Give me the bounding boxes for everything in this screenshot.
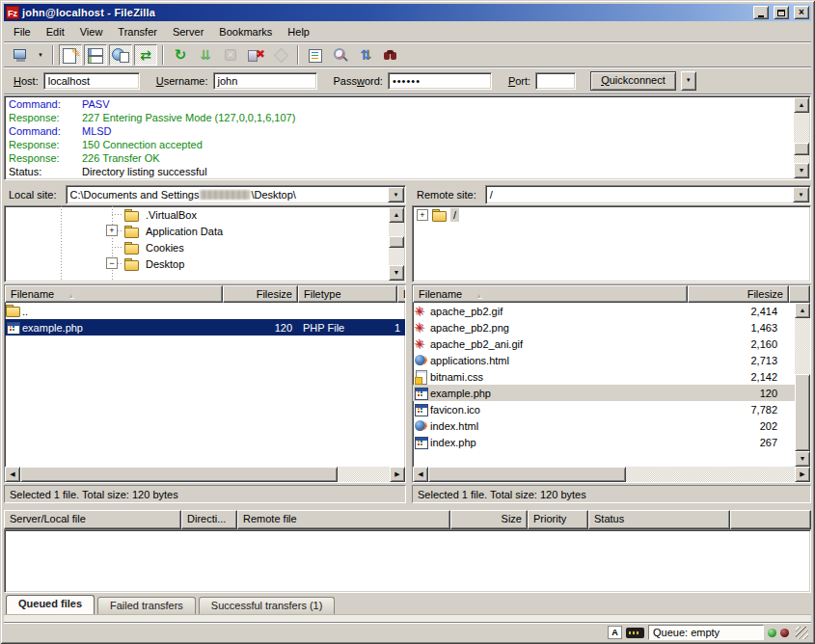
toolbar-button[interactable] xyxy=(9,44,32,66)
scroll-track[interactable] xyxy=(795,318,810,451)
quickconnect-button[interactable]: Quickconnect xyxy=(590,71,676,91)
tree-expander[interactable] xyxy=(106,225,118,236)
host-input[interactable]: localhost xyxy=(43,72,140,90)
toolbar-button[interactable] xyxy=(59,44,82,66)
menu-item[interactable]: Bookmarks xyxy=(211,24,280,40)
column-header-size[interactable]: Size xyxy=(450,510,528,529)
tree-expander[interactable] xyxy=(106,257,118,269)
scroll-thumb[interactable] xyxy=(795,374,810,451)
file-row[interactable]: apache_pb2_ani.gif 2,160 xyxy=(413,335,810,352)
tree-item[interactable]: Cookies xyxy=(5,239,405,255)
toolbar-button[interactable] xyxy=(354,44,377,66)
scroll-thumb[interactable] xyxy=(428,467,626,482)
scroll-left-button[interactable]: ◀ xyxy=(5,467,20,482)
remote-list-scrollbar[interactable]: ▲ ▼ xyxy=(795,303,810,467)
column-header-filetype[interactable]: Filetype xyxy=(298,285,397,303)
toolbar-button[interactable] xyxy=(219,44,242,66)
scroll-track[interactable] xyxy=(428,467,795,482)
speed-limits-icon[interactable] xyxy=(626,628,644,638)
queue-tab[interactable]: Successful transfers (1) xyxy=(199,597,336,614)
scroll-down-button[interactable]: ▼ xyxy=(795,451,810,467)
file-row[interactable]: apache_pb2.gif 2,414 xyxy=(413,303,810,319)
file-row[interactable]: .. xyxy=(5,303,405,319)
toolbar-button[interactable] xyxy=(297,45,299,65)
remote-list-hscrollbar[interactable]: ◀ ▶ xyxy=(413,467,810,482)
column-header-filename[interactable]: Filename▲ xyxy=(413,285,688,303)
file-row[interactable]: apache_pb2.png 1,463 xyxy=(413,319,810,335)
tree-expander[interactable] xyxy=(417,209,428,221)
resize-grip[interactable] xyxy=(796,627,808,639)
column-header-filesize[interactable]: Filesize xyxy=(223,285,298,303)
local-site-combo[interactable]: C:\Documents and Settings\Desktop\ ▼ xyxy=(66,185,406,204)
quickconnect-dropdown-button[interactable]: ▼ xyxy=(681,71,696,91)
file-row[interactable]: index.html 202 xyxy=(413,417,810,434)
toolbar-button[interactable] xyxy=(34,44,47,66)
file-row[interactable]: index.php 267 xyxy=(413,434,810,450)
menu-item[interactable]: Server xyxy=(165,24,211,40)
menu-item[interactable]: Transfer xyxy=(110,24,165,40)
queue-tab[interactable]: Failed transfers xyxy=(97,597,196,614)
local-tree-scrollbar[interactable]: ▲ ▼ xyxy=(389,207,404,281)
toolbar-button[interactable] xyxy=(304,44,327,66)
column-header-priority[interactable]: Priority xyxy=(528,510,588,529)
file-row[interactable]: bitnami.css 2,142 xyxy=(413,368,810,385)
scroll-thumb[interactable] xyxy=(389,236,404,248)
tree-item[interactable]: / xyxy=(413,206,810,223)
column-header-direction[interactable]: Directi... xyxy=(181,510,237,529)
tree-item[interactable]: Application Data xyxy=(5,223,405,239)
toolbar-button[interactable] xyxy=(329,44,352,66)
toolbar-button[interactable] xyxy=(134,44,157,66)
toolbar-button[interactable] xyxy=(162,45,164,65)
scroll-down-button[interactable]: ▼ xyxy=(389,265,404,281)
file-row[interactable]: example.php 120 xyxy=(413,385,810,401)
column-header-last-modified[interactable]: L xyxy=(397,285,406,303)
toolbar-button[interactable] xyxy=(52,45,54,65)
column-header-filesize[interactable]: Filesize xyxy=(688,285,789,303)
scroll-thumb[interactable] xyxy=(20,467,338,482)
port-input[interactable] xyxy=(535,72,576,90)
column-header-filename[interactable]: Filename▲ xyxy=(5,285,223,303)
tree-item[interactable]: .VirtualBox xyxy=(5,206,405,223)
toolbar-button[interactable] xyxy=(244,44,267,66)
toolbar-button[interactable] xyxy=(269,44,292,66)
scroll-up-button[interactable]: ▲ xyxy=(389,207,404,223)
toolbar-button[interactable] xyxy=(194,44,217,66)
username-input[interactable]: john xyxy=(213,72,317,90)
toolbar-button[interactable] xyxy=(169,44,192,66)
close-button[interactable]: × xyxy=(794,6,809,19)
scroll-down-button[interactable]: ▼ xyxy=(794,163,809,178)
password-input[interactable]: •••••• xyxy=(388,72,492,90)
file-row[interactable]: favicon.ico 7,782 xyxy=(413,401,810,417)
scroll-track[interactable] xyxy=(20,467,390,482)
file-row[interactable]: example.php 120 PHP File 1 xyxy=(5,319,405,335)
scroll-left-button[interactable]: ◀ xyxy=(413,467,428,482)
column-header-remote-file[interactable]: Remote file xyxy=(237,510,450,529)
column-header-server-local-file[interactable]: Server/Local file xyxy=(4,510,181,529)
queue-tab[interactable]: Queued files xyxy=(6,595,95,614)
column-header-status[interactable]: Status xyxy=(588,510,730,529)
tree-item[interactable]: Desktop xyxy=(5,255,405,272)
file-row[interactable]: applications.html 2,713 xyxy=(413,352,810,368)
menu-item[interactable]: File xyxy=(6,24,39,40)
menu-item[interactable]: View xyxy=(72,24,111,40)
minimize-button[interactable] xyxy=(753,6,769,19)
scroll-right-button[interactable]: ▶ xyxy=(795,467,810,482)
scroll-track[interactable] xyxy=(794,113,809,163)
remote-site-combo[interactable]: / ▼ xyxy=(485,185,811,204)
queue-list[interactable] xyxy=(4,529,811,593)
scroll-thumb[interactable] xyxy=(794,143,809,154)
scroll-right-button[interactable]: ▶ xyxy=(390,467,405,482)
toolbar-button[interactable] xyxy=(84,44,107,66)
menu-item[interactable]: Edit xyxy=(39,24,72,40)
toolbar-button[interactable] xyxy=(379,44,402,66)
local-list-hscrollbar[interactable]: ◀ ▶ xyxy=(5,467,405,482)
scroll-track[interactable] xyxy=(389,223,404,265)
combo-dropdown-icon[interactable]: ▼ xyxy=(793,187,809,202)
scroll-up-button[interactable]: ▲ xyxy=(795,303,810,318)
toolbar-button[interactable] xyxy=(109,44,132,66)
menu-item[interactable]: Help xyxy=(280,24,317,40)
maximize-button[interactable] xyxy=(774,6,789,19)
scroll-up-button[interactable]: ▲ xyxy=(794,97,809,113)
log-scrollbar[interactable]: ▲ ▼ xyxy=(794,97,809,178)
combo-dropdown-icon[interactable]: ▼ xyxy=(388,187,404,202)
